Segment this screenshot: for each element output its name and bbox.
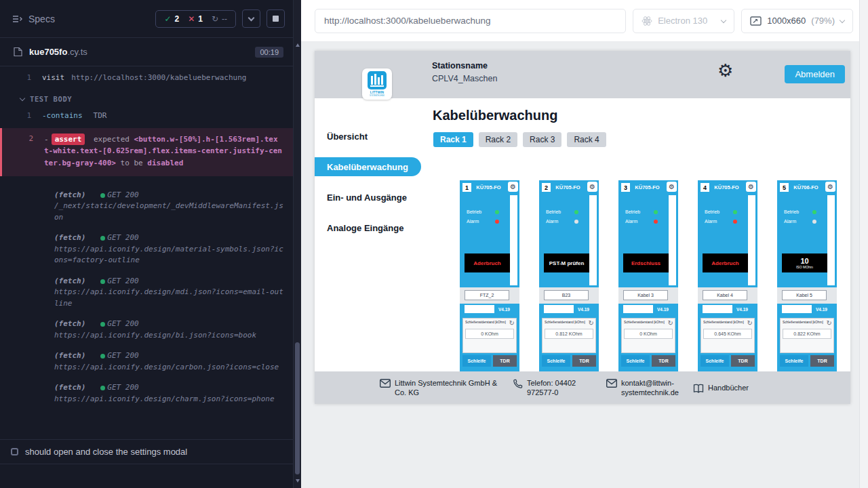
specs-menu-button[interactable]: Specs [12,14,55,24]
spec-filename: kue705fo.cy.ts [29,47,87,57]
device-card-1: 1 KÜ705-FO ⚙ Betrieb Alarm Aderbruch [460,180,519,390]
test-stats[interactable]: ✓2 ✕1 ↻-- [155,10,236,28]
device-display-strip [827,195,835,285]
tdr-button[interactable]: TDR [731,355,755,367]
cable-name-field[interactable]: Kabel 5 [782,290,827,300]
footer-phone[interactable]: Telefon: 04402 972577-0 [513,378,595,398]
resistance-label: Schleifenwiderstand [kOhm] [781,319,833,325]
device-settings-button[interactable]: ⚙ [825,182,835,192]
gear-icon: ⚙ [748,184,754,190]
tab-rack-4[interactable]: Rack 4 [567,132,606,147]
stat-pending: ↻-- [212,14,227,24]
refresh-icon[interactable]: ↻ [589,320,594,327]
fetch-log-row[interactable]: (fetch)GET 200 https://api.iconify.desig… [54,382,283,405]
tdr-button[interactable]: TDR [652,355,675,367]
contains-command-row[interactable]: 1 -contains TDR [0,108,293,124]
cable-name-field[interactable]: Kabel 4 [703,290,747,300]
refresh-icon[interactable]: ↻ [747,320,753,327]
footer-email[interactable]: kontakt@littwin-systemtechnik.de [606,378,682,398]
device-settings-button[interactable]: ⚙ [746,182,756,192]
visit-command-row[interactable]: 1 visit http://localhost:3000/kabelueber… [0,70,293,86]
firmware-version: V4.19 [578,307,589,312]
tab-rack-3[interactable]: Rack 3 [523,132,561,147]
page-scrollbar[interactable] [859,0,868,488]
aux-field [703,305,732,313]
stop-icon [273,16,279,22]
cable-name-field[interactable]: FTZ_2 [465,290,509,300]
footer-manuals[interactable]: Handbücher [693,383,754,393]
logout-button[interactable]: Abmelden [785,65,845,83]
url-input[interactable]: http://localhost:3000/kabelueberwachung [315,9,626,33]
station-name: CPLV4_Maschen [432,74,497,83]
next-test-row[interactable]: should open and close the settings modal [0,439,293,464]
status-ok-dot-icon [100,322,105,327]
device-display-strip [748,195,755,285]
settings-gear-icon[interactable]: ⚙ [717,62,733,79]
stop-button[interactable] [267,9,285,28]
schleife-button[interactable]: Schleife [780,355,808,367]
sidebar-item-analoge-eingaenge[interactable]: Analoge Eingänge [315,218,431,237]
sidebar-item-uebersicht[interactable]: Übersicht [315,127,431,146]
cable-name-field[interactable]: B23 [544,290,589,300]
schleife-button[interactable]: Schleife [542,355,570,367]
tdr-button[interactable]: TDR [572,355,596,367]
chevron-down-icon [248,14,255,21]
viewport-select[interactable]: 1000x660 (79%) [741,9,853,33]
fetch-log-row[interactable]: (fetch)GET 200 https://api.iconify.desig… [54,276,283,310]
alarm-led [812,220,816,224]
betrieb-label: Betrieb [705,209,719,214]
sidebar-item-ein-und-ausgaenge[interactable]: Ein- und Ausgänge [315,188,431,207]
scroll-down-icon[interactable] [296,479,300,483]
schleife-button[interactable]: Schleife [701,355,729,367]
station-info: Stationsname CPLV4_Maschen [432,61,497,83]
alarm-led [574,220,578,224]
fetch-log-row[interactable]: (fetch)GET 200 https://api.iconify.desig… [54,232,283,266]
gear-icon: ⚙ [589,184,595,190]
fetch-url: /_next/static/development/_devMiddleware… [54,201,283,222]
svg-text:SYSTEMTECHNIK: SYSTEMTECHNIK [370,94,384,97]
collapse-button[interactable] [242,9,260,28]
tdr-button[interactable]: TDR [493,355,517,367]
scroll-up-icon[interactable] [296,43,300,47]
test-body-section-toggle[interactable]: TEST BODY [0,86,293,109]
firmware-version: V4.19 [816,307,827,312]
spec-header[interactable]: kue705fo.cy.ts 00:19 [0,38,293,66]
mail-icon [606,379,617,388]
chevron-down-icon [840,17,845,22]
fetch-log-row[interactable]: (fetch)GET 200 https://api.iconify.desig… [54,350,283,373]
tdr-button[interactable]: TDR [810,355,834,367]
fetch-log-row[interactable]: (fetch)GET 200 /_next/static/development… [54,190,283,224]
schleife-button[interactable]: Schleife [462,355,491,367]
tab-rack-2[interactable]: Rack 2 [479,132,517,147]
device-card-3: 3 KÜ705-FO ⚙ Betrieb Alarm Erdschluss [618,180,678,390]
device-settings-button[interactable]: ⚙ [587,182,597,192]
status-ok-dot-icon [100,354,105,359]
failed-assert-row[interactable]: 2 -assert expected <button.w-[50%].h-[1.… [0,128,293,176]
cable-name-field[interactable]: Kabel 3 [623,290,668,300]
browser-select[interactable]: Electron 130 [633,9,734,33]
device-model-label: KÜ706-FO [789,184,823,190]
status-ok-dot-icon [100,279,105,284]
schleife-button[interactable]: Schleife [621,355,650,367]
fetch-log-row[interactable]: (fetch)GET 200 https://api.iconify.desig… [54,319,283,341]
status-display: Aderbruch [703,253,748,272]
device-settings-button[interactable]: ⚙ [508,182,518,192]
resistance-value: 0.645 KOhm [703,329,752,339]
stat-failed: ✕1 [188,14,203,24]
tab-rack-1[interactable]: Rack 1 [433,132,473,147]
viewport-icon [750,16,762,26]
refresh-icon[interactable]: ↻ [827,320,832,327]
file-icon [14,47,22,57]
scrollbar-thumb[interactable] [295,342,300,474]
device-model-label: KÜ705-FO [471,184,506,190]
refresh-icon[interactable]: ↻ [668,320,673,327]
sidebar-item-kabelueberwachung[interactable]: Kabelüberwachung [315,157,421,176]
reporter-scrollbar[interactable] [293,0,301,488]
footer-company: Littwin Systemtechnik GmbH & Co. KG [380,378,502,398]
betrieb-label: Betrieb [625,209,640,214]
refresh-icon[interactable]: ↻ [509,320,515,327]
mail-icon [380,379,391,388]
device-settings-button[interactable]: ⚙ [667,182,677,192]
spec-timer: 00:19 [255,47,283,58]
line-number: 1 [0,110,42,122]
